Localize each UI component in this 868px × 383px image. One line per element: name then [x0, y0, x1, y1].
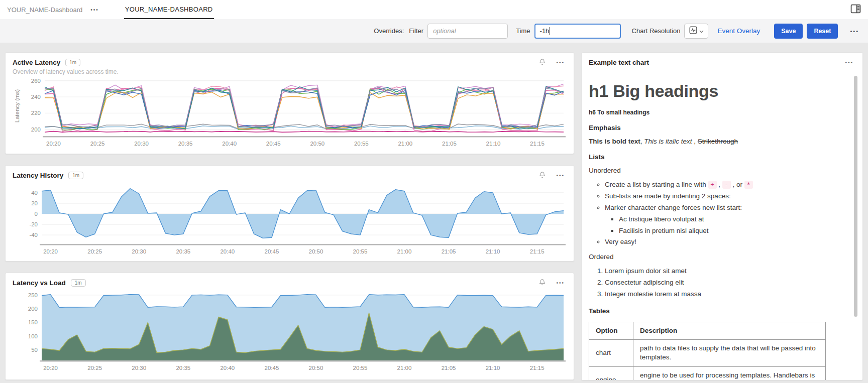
list-item: Ac tristique libero volutpat at	[619, 215, 832, 224]
dashboard-content: Active Latency 1m ••• Overview of latenc…	[0, 43, 868, 380]
svg-text:20:20: 20:20	[46, 141, 61, 147]
bell-icon	[538, 58, 546, 67]
nested-list: Ac tristique libero volutpat at Facilisi…	[605, 215, 832, 236]
chart-panel-latency-vs-load: Latency vs Load 1m ••• 5010015020025020:…	[5, 273, 574, 380]
alert-bell-button[interactable]	[538, 171, 546, 180]
dashboard-group-menu-button[interactable]: •••	[88, 5, 101, 15]
svg-text:21:00: 21:00	[397, 365, 412, 371]
code-minus: -	[722, 181, 731, 189]
side-panel-toggle-button[interactable]	[850, 4, 861, 16]
markdown-body: h1 Big headings h6 To small headings Emp…	[582, 67, 862, 380]
save-button[interactable]: Save	[774, 24, 803, 39]
svg-text:20:25: 20:25	[90, 141, 105, 147]
code-star: *	[744, 181, 753, 189]
svg-text:21:15: 21:15	[530, 365, 545, 371]
table-cell-option: engine	[589, 366, 633, 380]
time-value: -1h	[540, 27, 550, 35]
chart-panel-latency-history: Latency History 1m ••• -40-200204020:202…	[5, 165, 574, 262]
alert-bell-button[interactable]	[538, 58, 546, 67]
list-item: Marker character change forces new list …	[605, 203, 832, 236]
bell-icon	[538, 171, 546, 180]
svg-text:Latency (ms): Latency (ms)	[14, 89, 20, 123]
filter-label: Filter	[409, 27, 423, 35]
bell-icon	[538, 279, 546, 288]
resolution-badge: 1m	[68, 172, 83, 179]
list-item: Create a list by starting a line with + …	[605, 180, 832, 190]
list-item: Consectetur adipiscing elit	[605, 278, 832, 288]
svg-text:240: 240	[31, 94, 41, 100]
vertical-scrollbar[interactable]	[854, 76, 857, 317]
latency-history-chart: -40-200204020:2020:2520:3020:3520:4020:4…	[13, 180, 568, 257]
svg-text:21:15: 21:15	[530, 141, 545, 147]
svg-text:20:20: 20:20	[43, 365, 58, 371]
md-lists-heading: Lists	[589, 153, 832, 161]
svg-text:20:45: 20:45	[266, 141, 281, 147]
chart-more-button[interactable]: •••	[554, 171, 567, 180]
svg-text:20:25: 20:25	[87, 248, 102, 254]
resolution-badge: 1m	[71, 279, 86, 287]
svg-text:100: 100	[28, 333, 38, 339]
italic-text: This is italic text	[644, 138, 692, 145]
latency-vs-load-chart: 5010015020025020:2020:2520:3020:3520:402…	[13, 288, 568, 373]
toolbar-more-button[interactable]: •••	[848, 26, 861, 36]
chart-title: Latency vs Load	[13, 279, 66, 287]
alert-bell-button[interactable]	[538, 279, 546, 288]
bold-text: This is bold text	[589, 138, 640, 145]
md-emphasis-line: This is bold text, This is italic text ,…	[589, 138, 832, 145]
event-overlay-link[interactable]: Event Overlay	[717, 27, 760, 35]
chart-resolution-dropdown[interactable]	[684, 24, 708, 39]
svg-text:20:55: 20:55	[353, 248, 368, 254]
chart-panel-active-latency: Active Latency 1m ••• Overview of latenc…	[5, 52, 574, 154]
code-plus: +	[708, 181, 717, 189]
list-item: Sub-lists are made by indenting 2 spaces…	[605, 192, 832, 201]
svg-text:20: 20	[31, 200, 38, 206]
chart-area[interactable]: -40-200204020:2020:2520:3020:3520:4020:4…	[6, 180, 574, 259]
svg-text:220: 220	[31, 110, 41, 116]
chart-area[interactable]: 5010015020025020:2020:2520:3020:3520:402…	[6, 288, 574, 375]
chart-title: Example text chart	[589, 59, 649, 66]
filter-input[interactable]	[427, 24, 508, 39]
svg-text:50: 50	[31, 347, 38, 353]
more-dots-icon: •••	[556, 280, 565, 286]
svg-text:20:50: 20:50	[309, 248, 323, 254]
charts-column: Active Latency 1m ••• Overview of latenc…	[5, 52, 574, 380]
svg-text:20:50: 20:50	[309, 365, 323, 371]
text-chart-panel: Example text chart ••• h1 Big headings h…	[581, 52, 863, 380]
md-ordered-label: Ordered	[589, 253, 832, 261]
md-emphasis-heading: Emphasis	[589, 124, 832, 132]
svg-text:20:50: 20:50	[310, 141, 324, 147]
svg-text:21:10: 21:10	[486, 365, 500, 371]
tab-dashboard[interactable]: YOUR_NAME-DASHBOARD	[124, 0, 214, 19]
svg-text:20:25: 20:25	[87, 365, 102, 371]
svg-text:260: 260	[31, 78, 41, 84]
list-item: Very easy!	[605, 237, 832, 247]
chart-area[interactable]: 20022024026020:2020:2520:3020:3520:4020:…	[6, 75, 574, 151]
separator: , or	[731, 181, 744, 188]
chart-title: Active Latency	[13, 59, 60, 66]
md-tables-heading: Tables	[589, 307, 832, 315]
svg-text:21:05: 21:05	[442, 365, 456, 371]
svg-text:150: 150	[28, 319, 38, 325]
table-header-option: Option	[589, 322, 633, 340]
chart-more-button[interactable]: •••	[554, 278, 567, 288]
top-bar: YOUR_NAME-Dashboard ••• YOUR_NAME-DASHBO…	[0, 0, 868, 19]
svg-text:20:55: 20:55	[353, 365, 368, 371]
list-item-text: Create a list by starting a line with	[605, 181, 708, 188]
list-item: Facilisis in pretium nisl aliquet	[619, 226, 832, 236]
overrides-label: Overrides:	[374, 27, 404, 35]
time-label: Time	[516, 27, 530, 35]
table-row: chart path to data files to supply the d…	[589, 340, 826, 366]
dashboard-group-name: YOUR_NAME-Dashboard	[7, 6, 82, 14]
reset-button[interactable]: Reset	[807, 24, 838, 39]
separator: ,	[717, 181, 722, 188]
tab-label: YOUR_NAME-DASHBOARD	[125, 6, 213, 13]
svg-text:200: 200	[28, 306, 38, 312]
svg-text:21:05: 21:05	[442, 248, 456, 254]
svg-text:20:30: 20:30	[132, 365, 146, 371]
svg-text:-40: -40	[29, 232, 38, 238]
chart-more-button[interactable]: •••	[554, 58, 567, 67]
time-input[interactable]: -1h	[534, 24, 621, 39]
more-dots-icon: •••	[556, 60, 565, 65]
svg-text:0: 0	[35, 211, 38, 217]
chart-more-button[interactable]: •••	[843, 58, 855, 67]
